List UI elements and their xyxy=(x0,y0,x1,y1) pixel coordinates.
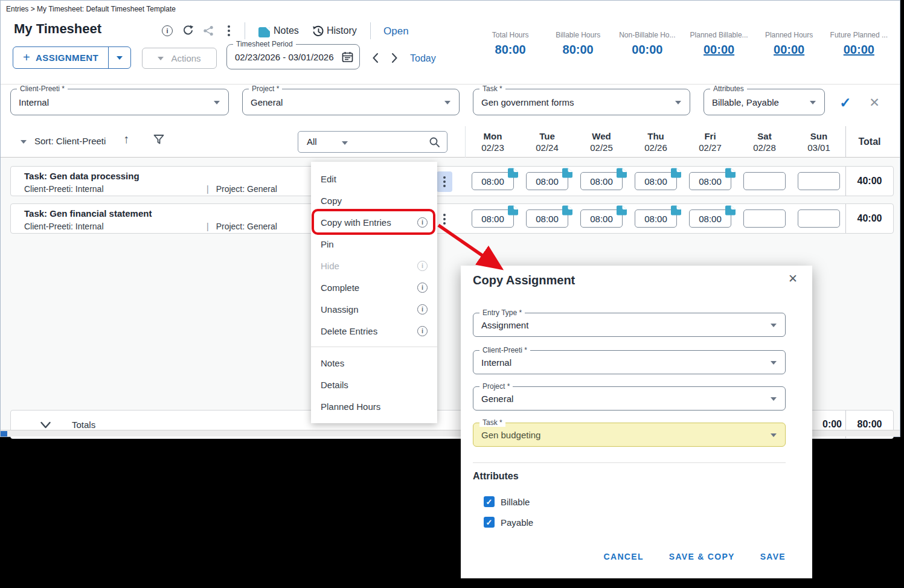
stat-value[interactable]: 00:00 xyxy=(830,43,888,57)
save-button[interactable]: SAVE xyxy=(760,552,786,561)
stat-value[interactable]: 00:00 xyxy=(763,43,816,57)
clear-filters-x-icon[interactable]: ✕ xyxy=(867,95,882,110)
menu-item-delete-entries[interactable]: Delete Entriesi xyxy=(311,320,437,342)
cancel-button[interactable]: CANCEL xyxy=(604,552,644,561)
menu-item-copy-with-entries[interactable]: Copy with Entriesi xyxy=(311,211,437,233)
menu-item-copy[interactable]: Copy xyxy=(311,190,437,211)
actions-button[interactable]: Actions xyxy=(142,48,217,69)
time-entry-input[interactable]: 08:00 xyxy=(472,209,514,228)
prev-period-button[interactable] xyxy=(369,51,381,65)
timesheet-period-label: Timesheet Period xyxy=(233,40,296,48)
entry-note-badge-icon[interactable] xyxy=(562,168,573,180)
day-name: Sat xyxy=(757,131,771,141)
checkbox-checked-icon[interactable]: ✓ xyxy=(484,496,495,507)
time-entry-input[interactable]: 08:00 xyxy=(689,172,731,190)
filter-field[interactable]: Project *General xyxy=(242,89,460,115)
row-client-label: Client-Preeti: Internal xyxy=(24,222,207,231)
entry-note-badge-icon[interactable] xyxy=(507,205,519,217)
entry-note-badge-icon[interactable] xyxy=(725,205,736,217)
row-kebab-menu-icon[interactable] xyxy=(437,209,452,229)
modal-field[interactable]: Entry Type *Assignment xyxy=(473,313,786,337)
filter-field[interactable]: AttributesBillable, Payable xyxy=(704,89,825,115)
modal-close-icon[interactable]: ✕ xyxy=(788,272,798,286)
day-header: Mon02/23 xyxy=(466,126,520,158)
time-entry-input[interactable] xyxy=(743,172,786,190)
attribute-checkbox-row[interactable]: ✓Payable xyxy=(484,517,533,528)
breadcrumb[interactable]: Entries > My Timesheet: Default Timeshee… xyxy=(6,5,176,13)
history-icon[interactable] xyxy=(311,24,325,39)
history-link[interactable]: History xyxy=(327,25,357,36)
info-icon[interactable]: i xyxy=(417,261,428,271)
time-entry-input[interactable]: 08:00 xyxy=(526,172,568,190)
entry-note-badge-icon[interactable] xyxy=(616,168,627,180)
save-and-copy-button[interactable]: SAVE & COPY xyxy=(669,552,735,561)
share-icon[interactable] xyxy=(201,24,216,38)
modal-field[interactable]: Project *General xyxy=(473,386,786,411)
entry-note-badge-icon[interactable] xyxy=(507,168,519,180)
search-filter-box[interactable]: All xyxy=(298,131,447,153)
day-cell: 08:00 xyxy=(683,204,737,233)
info-icon[interactable]: i xyxy=(417,217,428,228)
menu-item-details[interactable]: Details xyxy=(311,374,437,395)
time-entry-input[interactable] xyxy=(798,172,840,190)
info-icon[interactable]: i xyxy=(417,326,428,336)
next-period-button[interactable] xyxy=(388,51,400,65)
scrollbar-thumb[interactable] xyxy=(1,431,7,436)
menu-item-complete[interactable]: Completei xyxy=(311,276,437,298)
entry-note-badge-icon[interactable] xyxy=(670,205,682,217)
day-date: 03/01 xyxy=(807,142,830,153)
open-link[interactable]: Open xyxy=(383,25,409,37)
time-entry-input[interactable]: 08:00 xyxy=(580,209,623,228)
add-assignment-button[interactable]: +ASSIGNMENT xyxy=(13,46,131,69)
filter-field[interactable]: Task *Gen government forms xyxy=(473,89,690,115)
row-day-cells: 08:0008:0008:0008:0008:00 xyxy=(466,204,846,233)
notes-doc-icon[interactable] xyxy=(257,25,271,39)
time-entry-input[interactable]: 08:00 xyxy=(635,209,677,228)
time-entry-input[interactable]: 08:00 xyxy=(689,209,731,228)
entry-note-badge-icon[interactable] xyxy=(616,205,627,217)
time-entry-input[interactable]: 08:00 xyxy=(526,209,568,228)
entry-note-badge-icon[interactable] xyxy=(725,168,736,180)
chevron-down-icon xyxy=(771,361,777,365)
calendar-icon[interactable] xyxy=(342,51,353,63)
menu-item-notes[interactable]: Notes xyxy=(311,352,437,374)
entry-note-badge-icon[interactable] xyxy=(670,168,682,180)
time-entry-input[interactable]: 08:00 xyxy=(472,172,514,190)
time-entry-input[interactable]: 08:00 xyxy=(635,172,677,190)
modal-field-value: Internal xyxy=(481,357,511,368)
menu-item-unassign[interactable]: Unassigni xyxy=(311,298,437,320)
row-client-label: Client-Preeti: Internal xyxy=(24,184,207,194)
info-icon[interactable]: i xyxy=(417,283,428,293)
sort-direction-icon[interactable]: ↑ xyxy=(123,132,129,146)
apply-filters-check-icon[interactable]: ✓ xyxy=(838,95,853,110)
kebab-menu-icon[interactable] xyxy=(222,24,236,38)
time-entry-input[interactable]: 08:00 xyxy=(580,172,623,190)
timesheet-period-field[interactable]: Timesheet Period 02/23/2026 - 03/01/2026 xyxy=(226,44,360,69)
info-icon[interactable]: i xyxy=(417,304,428,315)
time-entry-input[interactable] xyxy=(798,209,840,228)
checkbox-checked-icon[interactable]: ✓ xyxy=(484,517,495,528)
modal-field[interactable]: Client-Preeti *Internal xyxy=(473,350,786,374)
assignment-dropdown-toggle[interactable] xyxy=(108,47,130,68)
stat-value[interactable]: 00:00 xyxy=(690,43,748,57)
search-filter-caret[interactable] xyxy=(342,141,348,145)
refresh-icon[interactable] xyxy=(181,24,195,38)
time-entry-input[interactable] xyxy=(743,209,786,228)
sort-label[interactable]: Sort: Client-Preeti xyxy=(34,136,106,146)
menu-item-edit[interactable]: Edit xyxy=(311,168,437,190)
notes-link[interactable]: Notes xyxy=(274,25,299,36)
search-icon[interactable] xyxy=(428,136,441,151)
filter-field[interactable]: Client-Preeti *Internal xyxy=(10,89,229,115)
menu-item-pin[interactable]: Pin xyxy=(311,233,437,255)
filter-funnel-icon[interactable] xyxy=(153,133,165,148)
stat-label: Planned Billable... xyxy=(690,31,748,39)
row-kebab-menu-icon[interactable] xyxy=(437,171,452,192)
modal-field[interactable]: Task *Gen budgeting xyxy=(473,423,786,447)
assignment-row: Task: Gen data processingClient-Preeti: … xyxy=(10,166,894,196)
info-icon[interactable]: i xyxy=(160,24,175,38)
entry-note-badge-icon[interactable] xyxy=(562,205,573,217)
today-link[interactable]: Today xyxy=(410,53,436,64)
attribute-checkbox-row[interactable]: ✓Billable xyxy=(484,496,530,507)
menu-item-planned-hours[interactable]: Planned Hours xyxy=(311,395,437,417)
sort-dropdown-caret[interactable] xyxy=(21,140,27,144)
